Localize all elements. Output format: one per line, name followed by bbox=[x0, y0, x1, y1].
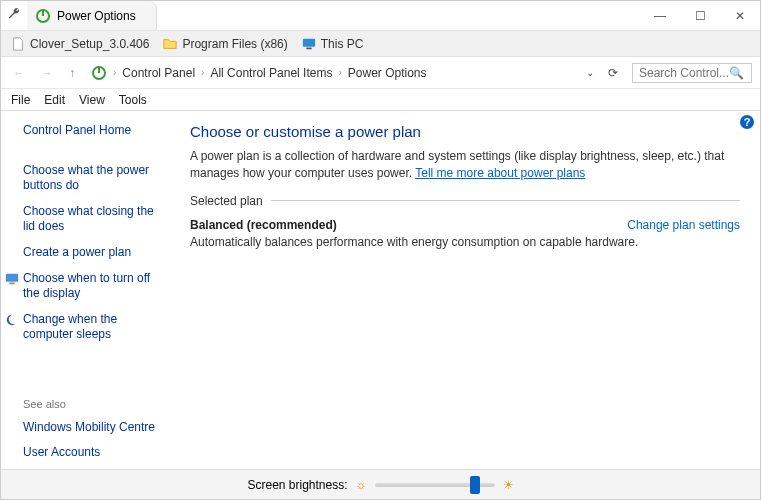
sun-bright-icon: ☀ bbox=[503, 478, 514, 492]
svg-rect-3 bbox=[306, 47, 311, 49]
bookmark-item[interactable]: Program Files (x86) bbox=[163, 37, 287, 51]
forward-button[interactable]: → bbox=[37, 64, 57, 82]
sidebar-link[interactable]: Choose what closing the lid does bbox=[23, 204, 168, 235]
svg-rect-6 bbox=[6, 273, 18, 281]
sidebar-link[interactable]: Change when the computer sleeps bbox=[23, 312, 168, 343]
search-input[interactable] bbox=[639, 66, 729, 80]
bookmark-label: This PC bbox=[321, 37, 364, 51]
moon-icon bbox=[5, 313, 19, 327]
back-button[interactable]: ← bbox=[9, 64, 29, 82]
sidebar: Control Panel Home Choose what the power… bbox=[1, 111, 176, 469]
bookmark-label: Clover_Setup_3.0.406 bbox=[30, 37, 149, 51]
brightness-label: Screen brightness: bbox=[247, 478, 347, 492]
sidebar-link[interactable]: Create a power plan bbox=[23, 245, 168, 261]
svg-rect-7 bbox=[9, 282, 14, 284]
browser-tab[interactable]: Power Options bbox=[27, 1, 157, 30]
section-label: Selected plan bbox=[190, 194, 740, 208]
breadcrumb-item[interactable]: Power Options bbox=[348, 66, 427, 80]
svg-rect-1 bbox=[42, 9, 44, 16]
page-description: A power plan is a collection of hardware… bbox=[190, 148, 740, 182]
pc-icon bbox=[302, 37, 316, 51]
bookmarks-bar: Clover_Setup_3.0.406 Program Files (x86)… bbox=[1, 31, 760, 57]
file-icon bbox=[11, 37, 25, 51]
sidebar-link[interactable]: Choose when to turn off the display bbox=[23, 271, 168, 302]
menu-file[interactable]: File bbox=[11, 93, 30, 107]
change-plan-settings-link[interactable]: Change plan settings bbox=[627, 218, 740, 232]
titlebar: Power Options — ☐ ✕ bbox=[1, 1, 760, 31]
menu-tools[interactable]: Tools bbox=[119, 93, 147, 107]
bookmark-label: Program Files (x86) bbox=[182, 37, 287, 51]
breadcrumb[interactable]: › Control Panel › All Control Panel Item… bbox=[87, 65, 594, 81]
power-icon bbox=[35, 8, 51, 24]
sidebar-link[interactable]: Choose what the power buttons do bbox=[23, 163, 168, 194]
tab-title: Power Options bbox=[57, 9, 136, 23]
breadcrumb-item[interactable]: Control Panel bbox=[122, 66, 195, 80]
wrench-icon bbox=[1, 7, 27, 24]
learn-more-link[interactable]: Tell me more about power plans bbox=[415, 166, 585, 180]
svg-rect-2 bbox=[303, 38, 315, 46]
breadcrumb-item[interactable]: All Control Panel Items bbox=[210, 66, 332, 80]
menu-view[interactable]: View bbox=[79, 93, 105, 107]
folder-icon bbox=[163, 37, 177, 51]
help-button[interactable]: ? bbox=[740, 115, 754, 129]
search-box[interactable]: 🔍 bbox=[632, 63, 752, 83]
bookmark-item[interactable]: Clover_Setup_3.0.406 bbox=[11, 37, 149, 51]
window-controls: — ☐ ✕ bbox=[640, 1, 760, 31]
slider-thumb[interactable] bbox=[470, 476, 480, 494]
up-button[interactable]: ↑ bbox=[65, 64, 79, 82]
see-also-label: See also bbox=[23, 398, 168, 410]
see-also-link[interactable]: User Accounts bbox=[23, 445, 168, 461]
see-also-link[interactable]: Windows Mobility Centre bbox=[23, 420, 168, 436]
footer: Screen brightness: ☼ ☀ bbox=[1, 469, 760, 499]
page-heading: Choose or customise a power plan bbox=[190, 123, 740, 140]
refresh-button[interactable]: ⟳ bbox=[602, 66, 624, 80]
brightness-slider[interactable] bbox=[375, 483, 495, 487]
plan-description: Automatically balances performance with … bbox=[190, 235, 740, 249]
main-pane: ? Choose or customise a power plan A pow… bbox=[176, 111, 760, 469]
minimize-button[interactable]: — bbox=[640, 1, 680, 31]
menubar: File Edit View Tools bbox=[1, 89, 760, 111]
sun-dim-icon: ☼ bbox=[356, 478, 367, 492]
menu-edit[interactable]: Edit bbox=[44, 93, 65, 107]
address-bar: ← → ↑ › Control Panel › All Control Pane… bbox=[1, 57, 760, 89]
bookmark-item[interactable]: This PC bbox=[302, 37, 364, 51]
svg-rect-5 bbox=[98, 66, 100, 73]
plan-name: Balanced (recommended) bbox=[190, 218, 337, 232]
control-panel-home-link[interactable]: Control Panel Home bbox=[23, 123, 168, 139]
close-button[interactable]: ✕ bbox=[720, 1, 760, 31]
search-icon[interactable]: 🔍 bbox=[729, 66, 744, 80]
power-icon bbox=[91, 65, 107, 81]
display-icon bbox=[5, 272, 19, 286]
maximize-button[interactable]: ☐ bbox=[680, 1, 720, 31]
